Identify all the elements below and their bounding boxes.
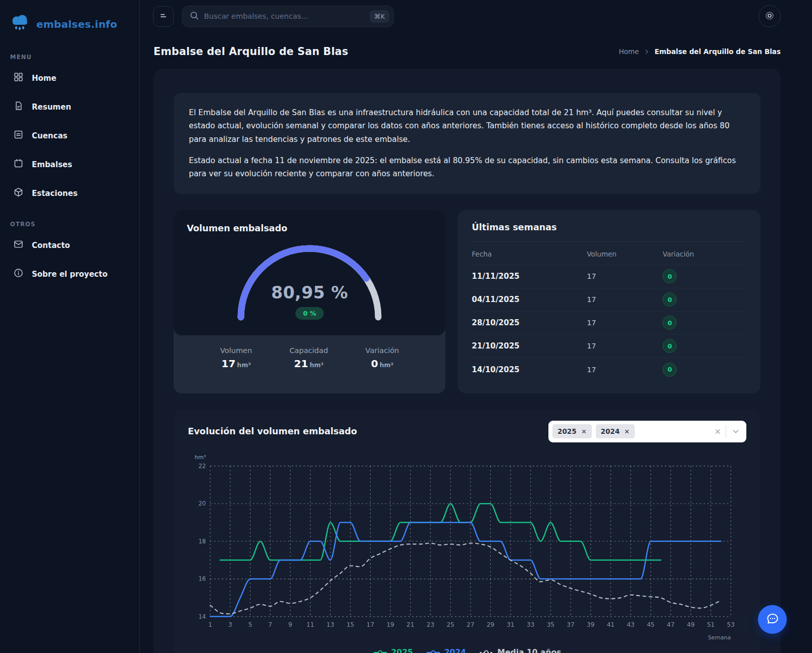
chevron-down-icon[interactable] [730,427,741,435]
cell-fecha: 28/10/2025 [472,318,587,327]
stat-value: 17hm³ [220,358,252,370]
logo[interactable]: embalses.info [9,11,130,40]
table-row: 04/11/2025170 [472,288,746,312]
cell-volumen: 17 [587,319,663,327]
calendar-icon [13,158,24,171]
svg-text:19: 19 [386,621,394,628]
chart-area: 1416182022135791113151719212325272931333… [188,449,746,653]
legend-marker-icon [479,649,493,653]
svg-text:25: 25 [446,621,454,628]
svg-text:37: 37 [567,621,574,628]
nav-section-label-menu: MENU [10,54,130,61]
app-root: embalses.info MENUHomeResumenCuencasEmba… [0,0,812,653]
list-icon [13,129,24,142]
sidebar-item-cuencas[interactable]: Cuencas [9,121,130,150]
last-weeks-card: Últimas semanas FechaVolumenVariación11/… [458,210,760,393]
sidebar-toggle-button[interactable] [153,6,174,27]
svg-text:9: 9 [288,621,292,628]
cell-fecha: 11/11/2025 [472,272,587,281]
variation-badge: 0 [663,316,677,330]
stat-label: Capacidad [289,346,328,355]
legend-item-2025[interactable]: 2025 [373,648,413,653]
filter-chip-2024[interactable]: 2024 [596,424,635,438]
sidebar-item-label: Cuencas [32,131,67,140]
svg-text:18: 18 [198,537,206,544]
svg-text:47: 47 [667,621,675,628]
chip-remove-icon[interactable] [581,429,587,434]
svg-text:33: 33 [527,621,534,628]
svg-text:45: 45 [647,621,654,628]
sidebar-item-sobre-el-proyecto[interactable]: Sobre el proyecto [9,260,130,288]
svg-text:hm³: hm³ [194,454,206,461]
search-icon [189,11,199,22]
column-header-variacion: Variación [663,250,746,258]
legend-label: 2024 [444,648,466,653]
legend-marker-icon [426,649,440,653]
select-divider [726,425,726,438]
svg-text:16: 16 [198,575,206,582]
gauge-percent-value: 80,95 % [234,283,385,303]
volume-gauge-card: Volumen embalsado 80,95 % 0 % [174,210,445,393]
variation-badge: 0 [663,339,677,353]
sidebar-item-label: Resumen [32,103,71,112]
sidebar-item-embalses[interactable]: Embalses [9,150,130,179]
svg-text:29: 29 [487,621,494,628]
legend-item-2024[interactable]: 2024 [426,648,466,653]
clear-filter-icon[interactable] [714,428,722,435]
theme-toggle-button[interactable] [758,5,781,27]
svg-text:14: 14 [198,613,206,620]
chat-fab-button[interactable] [758,605,787,634]
chevron-right-icon [643,48,650,55]
svg-text:1: 1 [208,621,212,628]
breadcrumb-home-link[interactable]: Home [619,47,639,56]
series-line-2025 [220,504,661,560]
evolution-line-chart: 1416182022135791113151719212325272931333… [188,449,746,646]
table-row: 14/10/2025170 [472,358,746,381]
sidebar-item-estaciones[interactable]: Estaciones [9,179,130,208]
sidebar: embalses.info MENUHomeResumenCuencasEmba… [0,0,140,653]
legend-marker-icon [373,649,387,653]
cell-variacion: 0 [663,292,746,307]
svg-text:35: 35 [547,621,554,628]
stat-volumen: Volumen17hm³ [220,346,252,370]
mail-icon [13,239,24,252]
sidebar-item-contacto[interactable]: Contacto [9,231,130,260]
cell-variacion: 0 [663,363,746,377]
year-filter-chips: 20252024 [552,424,710,438]
last-weeks-table: FechaVolumenVariación11/11/202517004/11/… [472,242,746,381]
cell-volumen: 17 [587,342,663,350]
svg-text:21: 21 [407,621,414,628]
stat-unit: hm³ [310,361,323,369]
cell-volumen: 17 [587,295,663,304]
page-content: Embalse del Arquillo de San Blas Home Em… [140,32,812,653]
gauge-stats-row: Volumen17hm³Capacidad21hm³Variación0hm³ [174,335,445,382]
legend-item-media-10-anos[interactable]: Media 10 años [479,648,562,653]
svg-text:23: 23 [427,621,434,628]
cards-row: Volumen embalsado 80,95 % 0 % [174,210,760,393]
sidebar-item-home[interactable]: Home [9,64,130,92]
chart-header: Evolución del volumen embalsado 20252024 [188,421,746,442]
svg-text:15: 15 [346,621,354,628]
stat-variacion: Variación0hm³ [366,346,399,370]
chart-title: Evolución del volumen embalsado [188,426,357,436]
year-filter-select[interactable]: 20252024 [548,421,746,442]
title-row: Embalse del Arquillo de San Blas Home Em… [154,45,781,58]
sidebar-item-resumen[interactable]: Resumen [9,92,130,121]
filter-chip-2025[interactable]: 2025 [552,424,592,438]
stat-value: 21hm³ [289,358,328,370]
svg-text:13: 13 [327,621,334,628]
column-header-fecha: Fecha [472,250,587,258]
svg-text:5: 5 [248,621,252,628]
search-input[interactable] [204,12,365,20]
svg-text:11: 11 [307,621,314,628]
gauge-inner-panel: Volumen embalsado 80,95 % 0 % [174,210,445,335]
table-header-row: FechaVolumenVariación [472,242,746,265]
chip-remove-icon[interactable] [624,429,630,434]
cloud-logo-icon [9,13,31,35]
cell-volumen: 17 [587,366,663,374]
series-line-media-10-anos [210,543,721,614]
main-area: ⌘K Embalse del Arquillo de San Blas Home [140,0,812,653]
description-box: El Embalse del Arquillo de San Blas es u… [174,93,760,193]
cell-fecha: 21/10/2025 [472,341,587,350]
stat-value: 0hm³ [366,358,399,370]
